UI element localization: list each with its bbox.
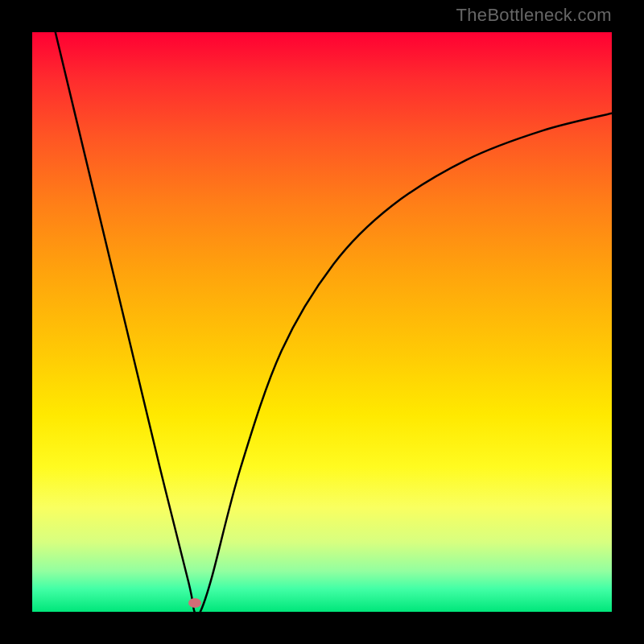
bottleneck-curve	[32, 32, 612, 612]
optimal-point-marker	[188, 598, 201, 608]
watermark-text: TheBottleneck.com	[456, 5, 612, 26]
chart-frame: TheBottleneck.com	[0, 0, 644, 644]
plot-area	[32, 32, 612, 612]
